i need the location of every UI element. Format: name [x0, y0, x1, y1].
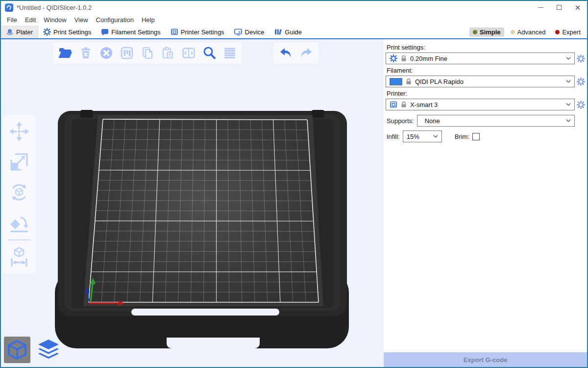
brim-checkbox[interactable]	[472, 133, 480, 140]
books-icon	[274, 28, 282, 36]
lock-icon	[406, 78, 412, 85]
menu-bar: File Edit Window View Configuration Help	[1, 14, 587, 26]
split-window-icon	[181, 46, 196, 60]
tab-label: Print Settings	[53, 28, 91, 36]
mode-label: Simple	[480, 28, 501, 36]
title-bar: *Untitled - QIDISlicer-1.0.2 ✕	[1, 1, 587, 14]
close-icon: ✕	[575, 4, 581, 11]
tab-print-settings[interactable]: Print Settings	[38, 26, 96, 38]
stacked-layers-icon	[36, 338, 61, 362]
filament-select[interactable]: QIDI PLA Rapido	[386, 76, 575, 87]
mode-simple[interactable]: Simple	[469, 27, 504, 37]
menu-configuration[interactable]: Configuration	[92, 15, 138, 25]
redo-button[interactable]	[296, 44, 316, 62]
tab-device[interactable]: Device	[229, 26, 270, 38]
printer-label: Printer:	[387, 90, 584, 97]
undo-button[interactable]	[276, 44, 295, 62]
variable-layer-height-button[interactable]	[220, 44, 240, 62]
open-folder-icon	[58, 46, 73, 60]
tab-label: Filament Settings	[111, 28, 160, 36]
app-logo-icon	[5, 3, 13, 12]
search-icon	[202, 46, 217, 60]
copy-icon	[140, 46, 155, 60]
scale-icon	[8, 151, 30, 173]
open-button[interactable]	[55, 44, 75, 62]
filament-icon	[101, 28, 109, 36]
minimize-button[interactable]	[531, 1, 550, 14]
tab-guide[interactable]: Guide	[269, 26, 307, 38]
layers-lines-icon	[222, 46, 237, 60]
editor-3d-button[interactable]	[4, 337, 30, 363]
undo-arrow-icon	[278, 46, 293, 60]
gear-icon	[577, 78, 585, 86]
printer-select[interactable]: X-smart 3	[386, 99, 575, 110]
printer-icon	[171, 28, 178, 36]
manipulation-toolbar	[3, 115, 35, 274]
delete-button[interactable]	[76, 44, 96, 62]
menu-edit[interactable]: Edit	[21, 15, 40, 25]
mode-expert[interactable]: Expert	[552, 27, 584, 37]
paste-button[interactable]	[158, 44, 178, 62]
app-window: *Untitled - QIDISlicer-1.0.2 ✕ File Edit…	[0, 0, 588, 368]
menu-file[interactable]: File	[3, 15, 21, 25]
tab-label: Guide	[285, 28, 302, 36]
viewport-3d[interactable]	[1, 39, 384, 367]
edit-printer-settings-button[interactable]	[575, 101, 585, 109]
mode-label: Advanced	[517, 28, 546, 36]
arrange-grid-icon	[120, 46, 134, 60]
tab-bar: Plater Print Settings Filament Settings …	[1, 26, 587, 39]
tab-printer-settings[interactable]: Printer Settings	[166, 26, 229, 38]
infill-label: Infill:	[387, 133, 400, 140]
rotate-tool-button[interactable]	[5, 179, 33, 206]
print-settings-label: Print settings:	[387, 44, 584, 51]
measure-tool-button[interactable]	[5, 243, 33, 271]
filament-value: QIDI PLA Rapido	[415, 78, 464, 85]
copy-button[interactable]	[138, 44, 157, 62]
chevron-down-icon	[566, 103, 571, 106]
edit-print-settings-button[interactable]	[575, 54, 585, 63]
printer-value: X-smart 3	[410, 101, 438, 108]
tab-plater[interactable]: Plater	[1, 26, 38, 38]
print-profile-select[interactable]: 0.20mm Fine	[386, 53, 575, 64]
settings-panel: Print settings: 0.20mm Fine Filament:	[384, 39, 587, 367]
mode-advanced[interactable]: Advanced	[507, 27, 549, 37]
delete-all-button[interactable]	[97, 44, 116, 62]
gear-icon	[577, 101, 585, 109]
chevron-down-icon	[566, 119, 571, 122]
view-mode-toggles	[4, 337, 62, 363]
chevron-down-icon	[433, 135, 438, 138]
filament-color-swatch	[390, 78, 402, 85]
arrange-button[interactable]	[117, 44, 137, 62]
gear-icon	[43, 28, 51, 36]
filament-label: Filament:	[387, 67, 584, 74]
chevron-down-icon	[566, 57, 571, 60]
trash-icon	[78, 46, 93, 60]
export-gcode-button[interactable]: Export G-code	[384, 352, 587, 367]
preview-button[interactable]	[35, 337, 62, 363]
chevron-down-icon	[566, 80, 571, 83]
maximize-icon	[557, 5, 562, 10]
undo-redo-toolbar	[273, 42, 318, 64]
split-to-objects-button[interactable]	[179, 44, 198, 62]
tab-filament-settings[interactable]: Filament Settings	[96, 26, 165, 38]
mode-label: Expert	[562, 28, 581, 36]
search-button[interactable]	[199, 44, 219, 62]
menu-window[interactable]: Window	[40, 15, 70, 25]
print-bed	[55, 109, 350, 350]
close-button[interactable]: ✕	[568, 1, 587, 14]
edit-filament-settings-button[interactable]	[575, 78, 585, 86]
rotate-icon	[8, 182, 30, 203]
menu-help[interactable]: Help	[138, 15, 159, 25]
menu-view[interactable]: View	[71, 15, 92, 25]
place-on-face-tool-button[interactable]	[5, 209, 33, 237]
expert-dot-icon	[555, 30, 560, 34]
scale-tool-button[interactable]	[5, 148, 33, 176]
object-toolbar	[53, 42, 242, 64]
mode-selector: Simple Advanced Expert	[469, 26, 587, 38]
infill-select[interactable]: 15%	[403, 131, 442, 142]
maximize-button[interactable]	[550, 1, 568, 14]
move-arrows-icon	[8, 121, 30, 142]
supports-select[interactable]: None	[417, 115, 575, 127]
move-tool-button[interactable]	[5, 118, 33, 145]
monitor-icon	[234, 28, 243, 36]
